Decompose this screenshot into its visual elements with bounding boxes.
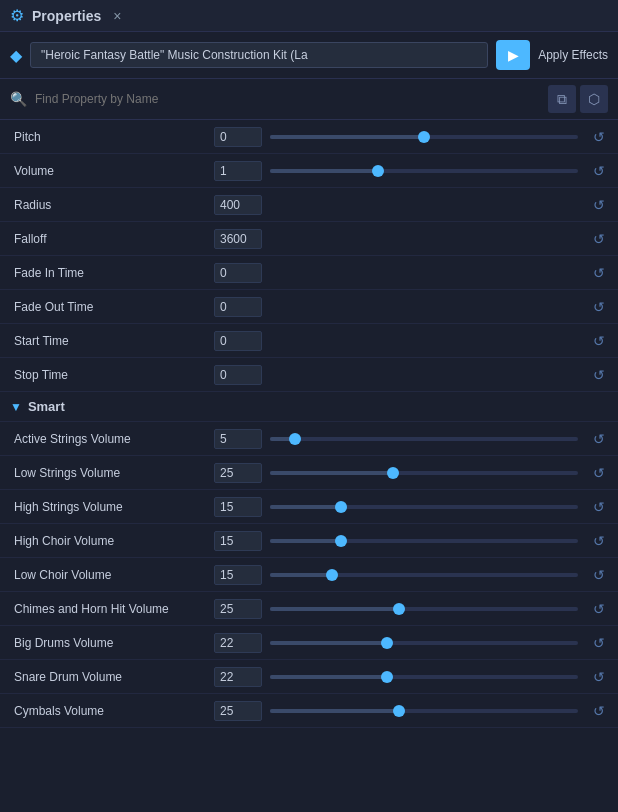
property-label: Fade Out Time [14, 300, 214, 314]
apply-effects-button[interactable]: Apply Effects [538, 48, 608, 62]
reset-button[interactable]: ↺ [590, 430, 608, 448]
property-label: Pitch [14, 130, 214, 144]
reset-button[interactable]: ↺ [590, 162, 608, 180]
reset-button[interactable]: ↺ [590, 366, 608, 384]
slider-thumb[interactable] [335, 535, 347, 547]
property-value[interactable]: 22 [214, 633, 262, 653]
property-value[interactable]: 15 [214, 565, 262, 585]
reset-button[interactable]: ↺ [590, 702, 608, 720]
smart-section-title: Smart [28, 399, 65, 414]
smart-section-header[interactable]: ▼ Smart [0, 392, 618, 422]
slider-fill [270, 573, 332, 577]
search-bar: 🔍 ⧉ ⬡ [0, 79, 618, 120]
slider-fill [270, 135, 424, 139]
property-value[interactable]: 25 [214, 701, 262, 721]
property-label: Cymbals Volume [14, 704, 214, 718]
property-value[interactable]: 22 [214, 667, 262, 687]
slider-thumb[interactable] [335, 501, 347, 513]
slider-thumb[interactable] [381, 637, 393, 649]
slider-fill [270, 505, 341, 509]
property-row: Falloff3600↺ [0, 222, 618, 256]
property-row: Stop Time0↺ [0, 358, 618, 392]
search-icon: 🔍 [10, 91, 27, 107]
slider-thumb[interactable] [326, 569, 338, 581]
reset-button[interactable]: ↺ [590, 566, 608, 584]
property-value[interactable]: 0 [214, 365, 262, 385]
property-label: Active Strings Volume [14, 432, 214, 446]
property-row: Low Strings Volume25↺ [0, 456, 618, 490]
property-value[interactable]: 1 [214, 161, 262, 181]
slider-container[interactable] [270, 135, 578, 139]
property-value[interactable]: 0 [214, 127, 262, 147]
reset-button[interactable]: ↺ [590, 634, 608, 652]
slider-thumb[interactable] [372, 165, 384, 177]
slider-thumb[interactable] [393, 705, 405, 717]
property-value[interactable]: 0 [214, 297, 262, 317]
properties-container: Pitch0↺Volume1↺Radius400↺Falloff3600↺Fad… [0, 120, 618, 792]
reset-button[interactable]: ↺ [590, 668, 608, 686]
property-label: Falloff [14, 232, 214, 246]
reset-button[interactable]: ↺ [590, 464, 608, 482]
slider-container[interactable] [270, 169, 578, 173]
slider-thumb[interactable] [418, 131, 430, 143]
slider-container[interactable] [270, 709, 578, 713]
slider-thumb[interactable] [381, 671, 393, 683]
properties-icon: ⚙ [10, 6, 24, 25]
property-row: Fade Out Time0↺ [0, 290, 618, 324]
reset-button[interactable]: ↺ [590, 196, 608, 214]
property-row: Radius400↺ [0, 188, 618, 222]
close-button[interactable]: × [113, 8, 121, 24]
slider-fill [270, 607, 399, 611]
play-button[interactable]: ▶ [496, 40, 530, 70]
reset-button[interactable]: ↺ [590, 298, 608, 316]
property-row: Active Strings Volume5↺ [0, 422, 618, 456]
reset-button[interactable]: ↺ [590, 128, 608, 146]
slider-container[interactable] [270, 437, 578, 441]
property-label: Radius [14, 198, 214, 212]
property-row: Chimes and Horn Hit Volume25↺ [0, 592, 618, 626]
property-value[interactable]: 3600 [214, 229, 262, 249]
property-row: Fade In Time0↺ [0, 256, 618, 290]
property-value[interactable]: 15 [214, 531, 262, 551]
reset-button[interactable]: ↺ [590, 498, 608, 516]
property-value[interactable]: 5 [214, 429, 262, 449]
slider-container[interactable] [270, 573, 578, 577]
slider-fill [270, 641, 387, 645]
slider-thumb[interactable] [289, 433, 301, 445]
property-row: Snare Drum Volume22↺ [0, 660, 618, 694]
property-label: Big Drums Volume [14, 636, 214, 650]
property-value[interactable]: 25 [214, 463, 262, 483]
property-value[interactable]: 25 [214, 599, 262, 619]
reset-button[interactable]: ↺ [590, 332, 608, 350]
slider-container[interactable] [270, 607, 578, 611]
slider-container[interactable] [270, 641, 578, 645]
reset-button[interactable]: ↺ [590, 600, 608, 618]
slider-fill [270, 675, 387, 679]
property-label: Start Time [14, 334, 214, 348]
slider-container[interactable] [270, 471, 578, 475]
property-label: Low Strings Volume [14, 466, 214, 480]
property-value[interactable]: 0 [214, 263, 262, 283]
property-value[interactable]: 0 [214, 331, 262, 351]
reset-button[interactable]: ↺ [590, 532, 608, 550]
slider-container[interactable] [270, 505, 578, 509]
search-input[interactable] [35, 92, 540, 106]
copy-button[interactable]: ⧉ [548, 85, 576, 113]
property-label: Low Choir Volume [14, 568, 214, 582]
property-label: Chimes and Horn Hit Volume [14, 602, 214, 616]
property-row: High Strings Volume15↺ [0, 490, 618, 524]
property-label: Snare Drum Volume [14, 670, 214, 684]
paste-button[interactable]: ⬡ [580, 85, 608, 113]
slider-container[interactable] [270, 539, 578, 543]
property-row: Volume1↺ [0, 154, 618, 188]
reset-button[interactable]: ↺ [590, 230, 608, 248]
property-value[interactable]: 400 [214, 195, 262, 215]
property-value[interactable]: 15 [214, 497, 262, 517]
slider-thumb[interactable] [393, 603, 405, 615]
property-row: High Choir Volume15↺ [0, 524, 618, 558]
slider-fill [270, 169, 378, 173]
slider-thumb[interactable] [387, 467, 399, 479]
slider-container[interactable] [270, 675, 578, 679]
icon-buttons: ⧉ ⬡ [548, 85, 608, 113]
reset-button[interactable]: ↺ [590, 264, 608, 282]
